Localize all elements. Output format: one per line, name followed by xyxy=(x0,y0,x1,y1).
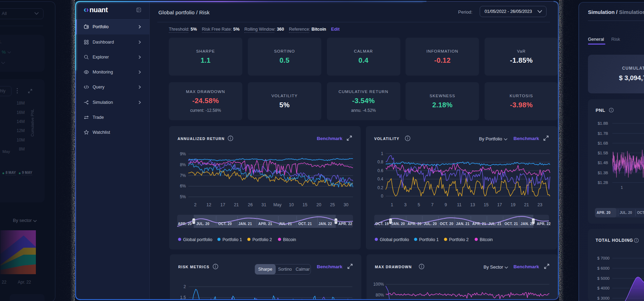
svg-text:Bitcoin: Bitcoin xyxy=(283,237,296,242)
svg-text:9: 9 xyxy=(445,202,447,207)
svg-text:$ 5000: $ 5000 xyxy=(597,276,610,280)
svg-text:APR. 20: APR. 20 xyxy=(408,222,422,226)
svg-text:26: 26 xyxy=(248,202,253,207)
svg-text:2: 2 xyxy=(183,284,186,289)
svg-text:May: May xyxy=(273,202,282,207)
svg-text:OCT. 19: OCT. 19 xyxy=(375,222,389,226)
svg-text:JUL. 20: JUL. 20 xyxy=(424,222,437,226)
svg-text:APR. 20: APR. 20 xyxy=(178,222,192,226)
svg-text:21: 21 xyxy=(524,202,529,207)
svg-text:1: 1 xyxy=(391,202,393,207)
svg-text:3: 3 xyxy=(404,202,407,207)
svg-text:OCT. 20: OCT. 20 xyxy=(218,222,232,226)
svg-text:Portfolio 2: Portfolio 2 xyxy=(252,237,272,242)
svg-text:APR. 21: APR. 21 xyxy=(472,222,486,226)
svg-text:$1.6B: $1.6B xyxy=(598,141,608,145)
svg-text:JAN. 22: JAN. 22 xyxy=(319,222,332,226)
svg-text:15: 15 xyxy=(484,202,489,207)
svg-text:APR. 22: APR. 22 xyxy=(537,222,551,226)
svg-text:5: 5 xyxy=(418,202,420,207)
svg-text:0: 0 xyxy=(381,194,383,199)
svg-text:JUL. 20: JUL. 20 xyxy=(196,222,210,226)
svg-text:30: 30 xyxy=(344,202,348,207)
svg-text:11: 11 xyxy=(457,202,462,207)
svg-text:JAN. 21: JAN. 21 xyxy=(456,222,470,226)
svg-text:17: 17 xyxy=(220,202,225,207)
svg-text:$1.7B: $1.7B xyxy=(598,131,608,136)
svg-text:JAN. 20: JAN. 20 xyxy=(391,222,405,226)
svg-text:17: 17 xyxy=(497,202,502,207)
svg-text:JUL. 21: JUL. 21 xyxy=(488,222,502,226)
svg-text:23: 23 xyxy=(537,202,542,207)
svg-text:Global portfolio: Global portfolio xyxy=(183,237,212,242)
svg-text:$1.8B: $1.8B xyxy=(598,121,608,125)
svg-text:OCT. 21: OCT. 21 xyxy=(298,222,312,226)
svg-text:JAN. 21: JAN. 21 xyxy=(238,222,252,226)
svg-text:2: 2 xyxy=(194,202,197,207)
svg-text:6%: 6% xyxy=(180,184,186,188)
svg-text:$ 3000: $ 3000 xyxy=(597,296,610,300)
svg-text:15: 15 xyxy=(303,202,307,207)
svg-text:$1.4B: $1.4B xyxy=(598,161,608,165)
svg-text:10: 10 xyxy=(289,202,294,207)
svg-text:13: 13 xyxy=(470,202,475,207)
svg-text:1: 1 xyxy=(381,151,383,156)
svg-text:APR. 21: APR. 21 xyxy=(258,222,272,226)
svg-text:$1.5B: $1.5B xyxy=(598,151,608,155)
svg-text:80%: 80% xyxy=(376,293,384,298)
svg-text:21: 21 xyxy=(234,202,239,207)
svg-text:0.6: 0.6 xyxy=(377,168,383,173)
svg-text:APR. 22: APR. 22 xyxy=(338,222,352,226)
svg-text:Global portfolio: Global portfolio xyxy=(380,237,409,242)
svg-text:$ 7000: $ 7000 xyxy=(597,256,610,260)
svg-text:Portfolio 1: Portfolio 1 xyxy=(222,237,242,242)
svg-text:JUL. 21: JUL. 21 xyxy=(279,222,292,226)
svg-text:$1.3B: $1.3B xyxy=(598,171,608,175)
svg-text:Bitcoin: Bitcoin xyxy=(480,237,493,242)
svg-text:19: 19 xyxy=(511,202,516,207)
svg-text:0.4: 0.4 xyxy=(377,177,383,182)
svg-text:$1.2B: $1.2B xyxy=(598,180,608,185)
svg-text:20: 20 xyxy=(316,202,321,207)
svg-text:25: 25 xyxy=(330,202,335,207)
svg-text:7: 7 xyxy=(431,202,433,207)
svg-text:OCT. 21: OCT. 21 xyxy=(504,222,518,226)
svg-text:OCT. 20: OCT. 20 xyxy=(440,222,454,226)
svg-text:1.5: 1.5 xyxy=(180,295,186,300)
svg-text:Portfolio 1: Portfolio 1 xyxy=(419,237,439,242)
svg-text:0.8: 0.8 xyxy=(377,160,383,164)
svg-text:31: 31 xyxy=(261,202,266,207)
svg-text:7%: 7% xyxy=(180,173,186,178)
svg-text:100%: 100% xyxy=(373,282,384,287)
svg-text:$ 4000: $ 4000 xyxy=(597,286,610,290)
svg-text:5%: 5% xyxy=(180,194,186,199)
svg-text:Portfolio 2: Portfolio 2 xyxy=(449,237,469,242)
svg-text:0.2: 0.2 xyxy=(377,185,383,190)
svg-text:$ 6000: $ 6000 xyxy=(597,266,610,270)
svg-text:1: 1 xyxy=(621,185,623,190)
svg-text:12: 12 xyxy=(206,202,211,207)
svg-text:9%: 9% xyxy=(180,152,186,156)
svg-text:8%: 8% xyxy=(180,162,186,167)
